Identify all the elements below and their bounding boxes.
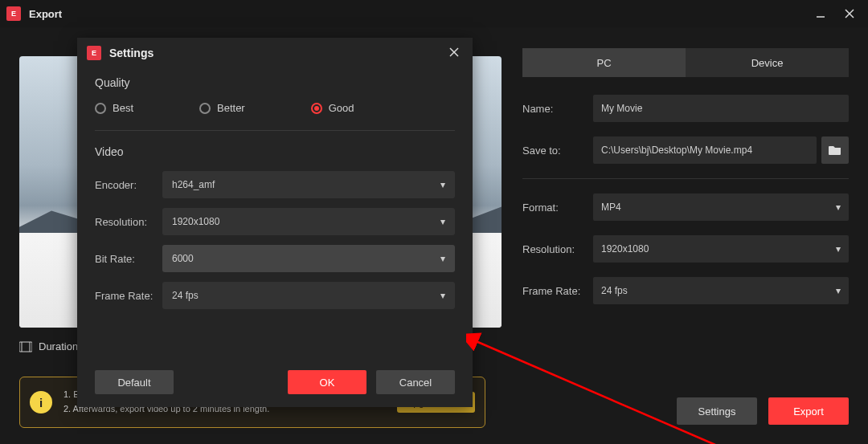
quality-best-label: Best <box>113 102 133 114</box>
default-button[interactable]: Default <box>95 370 174 394</box>
dlg-framerate-label: Frame Rate: <box>95 290 162 302</box>
close-window-button[interactable] <box>842 6 857 21</box>
quality-good-label: Good <box>329 102 354 114</box>
annotation-arrow-icon <box>466 332 755 444</box>
svg-line-8 <box>474 340 715 444</box>
dlg-resolution-select[interactable]: 1920x1080 ▾ <box>162 208 455 235</box>
save-to-input[interactable] <box>593 136 817 164</box>
export-button[interactable]: Export <box>768 397 849 425</box>
film-icon <box>19 341 32 352</box>
tab-pc[interactable]: PC <box>522 48 686 77</box>
export-panel: PC Device Name: Save to: Format: MP4 ▾ R… <box>522 48 849 319</box>
framerate-select[interactable]: 24 fps ▾ <box>593 277 849 304</box>
bitrate-label: Bit Rate: <box>95 253 162 265</box>
quality-section-label: Quality <box>95 76 455 89</box>
dlg-framerate-select[interactable]: 24 fps ▾ <box>162 282 455 309</box>
dialog-logo-icon: E <box>87 46 101 60</box>
bitrate-value: 6000 <box>172 253 194 264</box>
quality-better-radio[interactable]: Better <box>199 102 245 114</box>
app-logo-icon: E <box>6 6 21 21</box>
chevron-down-icon: ▾ <box>440 253 445 264</box>
resolution-label: Resolution: <box>522 243 593 255</box>
tab-device[interactable]: Device <box>686 48 849 77</box>
quality-good-radio[interactable]: Good <box>311 102 354 114</box>
dialog-title: Settings <box>109 47 445 59</box>
save-to-label: Save to: <box>522 145 593 157</box>
minimize-button[interactable] <box>813 6 828 21</box>
encoder-select[interactable]: h264_amf ▾ <box>162 171 455 198</box>
chevron-down-icon: ▾ <box>440 179 445 190</box>
window-title: Export <box>29 8 813 20</box>
resolution-select[interactable]: 1920x1080 ▾ <box>593 235 849 263</box>
folder-icon <box>829 145 841 156</box>
svg-rect-3 <box>19 342 32 352</box>
close-icon <box>844 8 855 19</box>
name-label: Name: <box>522 103 593 115</box>
framerate-value: 24 fps <box>601 285 628 296</box>
quality-better-label: Better <box>217 102 245 114</box>
name-input[interactable] <box>593 95 849 122</box>
chevron-down-icon: ▾ <box>836 285 841 296</box>
video-section-label: Video <box>95 145 455 158</box>
export-tabs: PC Device <box>522 48 849 77</box>
settings-dialog: E Settings Quality Best Better Good <box>77 38 473 407</box>
format-select[interactable]: MP4 ▾ <box>593 193 849 221</box>
encoder-label: Encoder: <box>95 179 162 191</box>
framerate-label: Frame Rate: <box>522 285 593 297</box>
dlg-framerate-value: 24 fps <box>172 290 199 301</box>
duration-label: Duration <box>39 340 78 352</box>
cancel-button[interactable]: Cancel <box>376 370 455 394</box>
chevron-down-icon: ▾ <box>440 216 445 227</box>
browse-folder-button[interactable] <box>821 136 849 164</box>
dialog-close-button[interactable] <box>445 45 463 62</box>
quality-best-radio[interactable]: Best <box>95 102 133 114</box>
radio-icon <box>199 103 211 114</box>
info-icon: i <box>30 391 52 413</box>
settings-button[interactable]: Settings <box>677 397 757 425</box>
radio-selected-icon <box>311 103 322 114</box>
dlg-resolution-label: Resolution: <box>95 216 162 228</box>
chevron-down-icon: ▾ <box>440 290 445 301</box>
window-titlebar: E Export <box>0 0 868 27</box>
dlg-resolution-value: 1920x1080 <box>172 216 219 227</box>
close-icon <box>448 47 460 58</box>
encoder-value: h264_amf <box>172 179 215 190</box>
format-value: MP4 <box>601 202 621 213</box>
ok-button[interactable]: OK <box>288 370 366 394</box>
chevron-down-icon: ▾ <box>836 202 841 213</box>
minimize-icon <box>815 8 826 19</box>
format-label: Format: <box>522 202 593 214</box>
duration-row: Duration <box>19 340 78 352</box>
radio-icon <box>95 103 106 114</box>
chevron-down-icon: ▾ <box>836 243 841 255</box>
resolution-value: 1920x1080 <box>601 243 649 255</box>
bitrate-select[interactable]: 6000 ▾ <box>162 245 455 272</box>
